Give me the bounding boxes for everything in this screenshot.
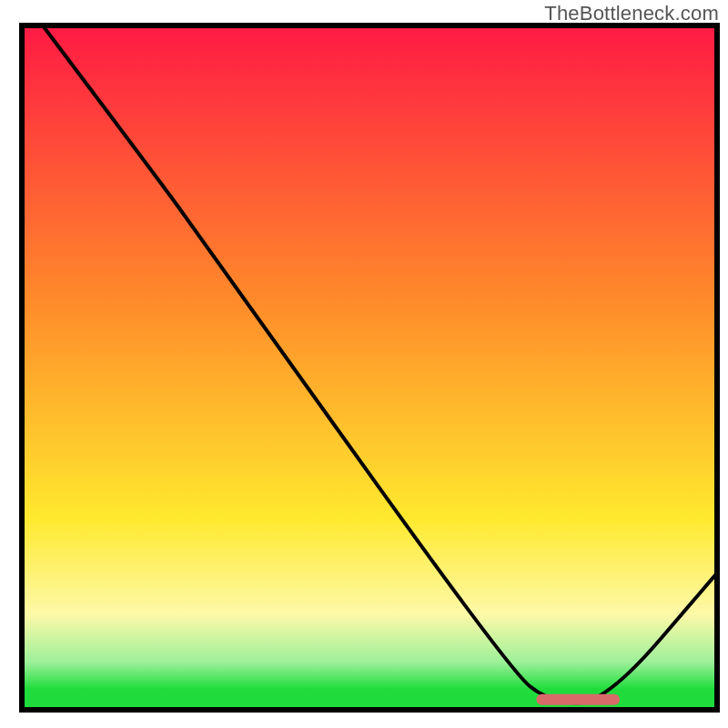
bottleneck-chart [0, 0, 728, 728]
gradient-background [22, 25, 717, 710]
plot-area [22, 25, 717, 710]
watermark-text: TheBottleneck.com [544, 2, 719, 25]
optimal-range-marker [536, 694, 620, 705]
